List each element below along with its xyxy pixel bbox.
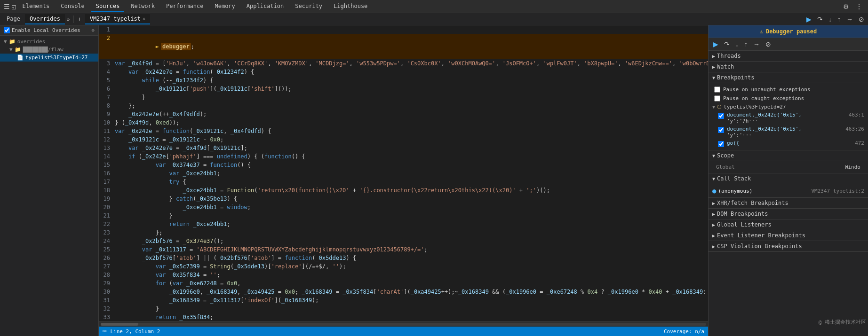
xhr-bp-section-header[interactable]: ▶ XHR/fetch Breakpoints xyxy=(709,198,868,209)
file-label: typelist%3FtypeId=27 xyxy=(25,55,88,61)
code-line-29: 29 for (var _0xe67248 = 0x0, xyxy=(99,279,708,288)
pause-uncaught-checkbox[interactable] xyxy=(714,86,720,93)
code-line-14: 14 if (_0x242e['pWhajf'] === undefined) … xyxy=(99,152,708,161)
step-into-btn[interactable]: ↓ xyxy=(827,15,834,24)
call-stack-content: ● (anonymous) VM2347 typelist:2 xyxy=(709,184,868,198)
call-stack-label: Call Stack xyxy=(717,175,751,182)
dom-bp-label: DOM Breakpoints xyxy=(717,211,768,217)
bp-item-1-text: document._0x242e('0x15', 'y':'7h··· xyxy=(727,112,802,124)
event-listener-bp-section-header[interactable]: ▶ Event Listener Breakpoints xyxy=(709,230,868,241)
threads-section-header[interactable]: ▶ Threads xyxy=(709,51,868,62)
step-over-next-btn[interactable]: ↷ xyxy=(722,39,732,49)
cursor-icon: ⌨ xyxy=(103,328,106,335)
file-tab-vm2347[interactable]: VM2347 typelist ✕ xyxy=(85,14,150,24)
pause-caught-row: Pause on caught exceptions xyxy=(709,94,868,103)
step-into-next-btn[interactable]: ↓ xyxy=(733,39,741,49)
sec-tab-overrides[interactable]: Overrides xyxy=(25,14,65,24)
sidebar: Enable Local Overrides ⊖ ▼ 📁 overrides ▼… xyxy=(0,25,99,336)
cs-active-dot: ● xyxy=(712,188,716,194)
step-right-btn[interactable]: → xyxy=(751,39,762,49)
pause-caught-checkbox[interactable] xyxy=(714,95,720,102)
resume-script-btn[interactable]: ▶ xyxy=(711,39,720,49)
more-tabs-btn[interactable]: » xyxy=(65,16,72,23)
file-icon: 📄 xyxy=(17,55,24,61)
bp-item-1: document._0x242e('0x15', 'y':'7h··· 463:… xyxy=(709,111,868,125)
sidebar-item-file[interactable]: 📄 typelist%3FtypeId=27 xyxy=(0,54,98,62)
code-editor[interactable]: 1 2 ►debugger; 3 var _0x4f9d = ['HnJu', … xyxy=(99,25,708,321)
enable-overrides-checkbox[interactable] xyxy=(4,27,10,33)
deactivate-bp-btn[interactable]: ⊘ xyxy=(857,15,866,24)
tab-sources[interactable]: Sources xyxy=(91,1,125,12)
debugger-paused-banner: ⚠ Debugger paused xyxy=(709,25,868,38)
code-line-26: 26 _0x2bf576['atob'] || (_0x2bf576['atob… xyxy=(99,254,708,262)
code-line-10: 10 } (_0x4f9d, 0xed)); xyxy=(99,118,708,127)
csp-bp-section-header[interactable]: ▶ CSP Violation Breakpoints xyxy=(709,241,868,252)
global-label: Global xyxy=(716,164,735,170)
devtools-icon-1: ☰ xyxy=(4,3,10,10)
sec-tab-page[interactable]: Page xyxy=(2,14,25,24)
csp-bp-label: CSP Violation Breakpoints xyxy=(717,243,802,250)
code-line-23: 23 }; xyxy=(99,228,708,237)
bp-file-group: ▼ ⬡ typelist%3FtypeId=27 xyxy=(709,103,868,111)
dom-arrow: ▶ xyxy=(712,211,715,217)
bp-file-tag: ⬡ xyxy=(717,104,722,110)
event-listener-bp-label: Event Listener Breakpoints xyxy=(717,232,805,239)
call-stack-section-header[interactable]: ▼ Call Stack xyxy=(709,173,868,184)
dom-bp-section-header[interactable]: ▶ DOM Breakpoints xyxy=(709,209,868,219)
code-line-32: 32 } xyxy=(99,305,708,313)
bp-arrow: ▼ xyxy=(712,75,715,80)
more-icon[interactable]: ⋮ xyxy=(854,2,864,11)
overrides-clear-icon[interactable]: ⊖ xyxy=(91,27,95,33)
flaw-label: ████████/flaw xyxy=(23,47,64,53)
pause-uncaught-label: Pause on uncaught exceptions xyxy=(723,86,810,93)
settings-icon[interactable]: ⚙ xyxy=(841,2,851,11)
watch-label: Watch xyxy=(717,63,734,70)
tab-security[interactable]: Security xyxy=(290,1,327,12)
bp-item-3-checkbox[interactable] xyxy=(718,141,724,147)
xhr-bp-label: XHR/fetch Breakpoints xyxy=(717,200,788,206)
file-tab-close[interactable]: ✕ xyxy=(143,16,145,21)
cs-arrow: ▼ xyxy=(712,176,715,181)
global-listeners-label: Global Listeners xyxy=(717,221,772,228)
global-listeners-section-header[interactable]: ▶ Global Listeners xyxy=(709,219,868,230)
pause-uncaught-row: Pause on uncaught exceptions xyxy=(709,85,868,94)
code-line-21: 21 } xyxy=(99,211,708,220)
bp-expand-icon: ▼ xyxy=(712,104,715,109)
sidebar-item-flaw[interactable]: ▼ 📁 ████████/flaw xyxy=(0,46,98,54)
tab-performance[interactable]: Performance xyxy=(161,1,208,12)
right-content: ▶ Threads ▶ Watch ▼ Breakpoints Pause on… xyxy=(709,51,868,336)
code-line-1: 1 xyxy=(99,25,708,34)
tab-network[interactable]: Network xyxy=(126,1,159,12)
step-out-btn[interactable]: ↑ xyxy=(836,15,843,24)
tab-memory[interactable]: Memory xyxy=(210,1,239,12)
bp-item-1-checkbox[interactable] xyxy=(718,113,724,119)
watch-section-header[interactable]: ▶ Watch xyxy=(709,62,868,72)
code-line-22: 22 return _0xce24bb1; xyxy=(99,220,708,228)
sidebar-item-overrides[interactable]: ▼ 📁 overrides xyxy=(0,38,98,46)
resume-btn[interactable]: ▶ xyxy=(804,15,813,24)
h-scrollbar[interactable] xyxy=(99,321,708,327)
scope-global-item: Global Windo xyxy=(709,163,868,171)
breakpoints-label: Breakpoints xyxy=(717,74,754,81)
bp-item-2-checkbox[interactable] xyxy=(718,127,724,133)
gl-arrow: ▶ xyxy=(712,222,715,227)
elb-arrow: ▶ xyxy=(712,233,715,238)
tab-lighthouse[interactable]: Lighthouse xyxy=(329,1,372,12)
code-line-2: 2 ►debugger; xyxy=(99,34,708,59)
tab-elements[interactable]: Elements xyxy=(17,1,54,12)
tab-console[interactable]: Console xyxy=(56,1,89,12)
call-stack-item-anonymous[interactable]: ● (anonymous) VM2347 typelist:2 xyxy=(709,186,868,195)
tab-application[interactable]: Application xyxy=(242,1,288,12)
scope-section-header[interactable]: ▼ Scope xyxy=(709,150,868,161)
bp-item-3-text: go({ xyxy=(727,140,740,146)
folder-icon-2: 📁 xyxy=(15,47,21,53)
step-over-btn[interactable]: ↷ xyxy=(815,15,825,24)
step-out-current-btn[interactable]: ↑ xyxy=(742,39,749,49)
breakpoints-section-header[interactable]: ▼ Breakpoints xyxy=(709,72,868,83)
global-value: Windo xyxy=(845,164,860,170)
code-line-6: 6 _0x19121c['push'](_0x19121c['shift']()… xyxy=(99,85,708,93)
deactivate-breakpoints-btn[interactable]: ⊘ xyxy=(764,39,773,49)
debugger-paused-label: Debugger paused xyxy=(766,28,817,35)
step-btn[interactable]: → xyxy=(844,15,855,24)
add-filesystem-btn[interactable]: + xyxy=(76,15,83,23)
